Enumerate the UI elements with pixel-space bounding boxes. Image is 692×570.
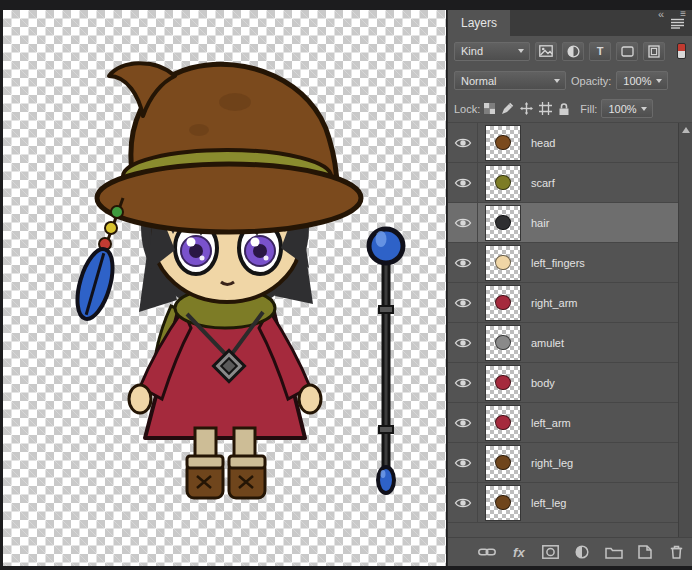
eye-icon — [454, 417, 472, 429]
panel-tab-bar: Layers — [448, 10, 692, 36]
eye-icon — [454, 497, 472, 509]
tab-layers[interactable]: Layers — [448, 10, 510, 36]
new-layer-icon[interactable] — [636, 542, 655, 562]
layer-name: left_arm — [531, 417, 571, 429]
layer-thumbnail[interactable] — [485, 445, 521, 481]
layer-style-icon[interactable]: fx — [510, 542, 529, 562]
layer-name: amulet — [531, 337, 564, 349]
type-glyph: T — [597, 45, 604, 57]
panel-menu-icon[interactable] — [662, 10, 692, 36]
layer-visibility-toggle[interactable] — [448, 243, 478, 282]
layer-name: right_leg — [531, 457, 573, 469]
fill-dropdown[interactable]: 100% — [601, 99, 653, 118]
lock-position-icon[interactable] — [520, 102, 533, 115]
opacity-label: Opacity: — [571, 75, 611, 87]
layer-row[interactable]: hair — [448, 203, 692, 243]
layer-row[interactable]: amulet — [448, 323, 692, 363]
lock-all-icon[interactable] — [558, 102, 570, 116]
layer-visibility-toggle[interactable] — [448, 443, 478, 482]
character-illustration — [3, 10, 446, 566]
layer-filter-row: Kind T — [448, 36, 692, 66]
scroll-up-icon[interactable] — [682, 127, 690, 133]
lock-artboard-icon[interactable] — [539, 102, 552, 115]
document-canvas[interactable] — [3, 10, 446, 566]
layer-row[interactable]: left_leg — [448, 483, 692, 523]
layer-thumbnail-art — [495, 255, 511, 271]
layer-thumbnail[interactable] — [485, 405, 521, 441]
layer-visibility-toggle[interactable] — [448, 283, 478, 322]
layer-visibility-toggle[interactable] — [448, 203, 478, 242]
eye-icon — [454, 377, 472, 389]
adjustment-layer-filter-icon[interactable] — [562, 42, 584, 61]
layer-row[interactable]: left_arm — [448, 403, 692, 443]
blend-row: Normal Opacity: 100% — [448, 66, 692, 95]
layer-thumbnail[interactable] — [485, 125, 521, 161]
layer-name: body — [531, 377, 555, 389]
layer-thumbnail-art — [495, 295, 511, 311]
lock-label: Lock: — [454, 103, 480, 115]
add-layer-mask-icon[interactable] — [541, 542, 560, 562]
fill-value: 100% — [608, 103, 636, 115]
layers-panel: « ≡ Layers Kind T Normal — [447, 10, 692, 566]
layer-thumbnail-art — [495, 495, 511, 511]
layer-thumbnail-art — [495, 215, 511, 231]
layer-visibility-toggle[interactable] — [448, 403, 478, 442]
eye-icon — [454, 257, 472, 269]
pixel-layer-filter-icon[interactable] — [535, 42, 557, 61]
layer-name: scarf — [531, 177, 555, 189]
kind-filter-dropdown[interactable]: Kind — [454, 42, 530, 61]
layer-thumbnail-art — [495, 375, 511, 391]
fill-label: Fill: — [580, 103, 597, 115]
layer-thumbnail[interactable] — [485, 205, 521, 241]
layer-row[interactable]: left_fingers — [448, 243, 692, 283]
layer-thumbnail[interactable] — [485, 285, 521, 321]
lock-image-pixels-icon[interactable] — [501, 102, 514, 115]
layer-row[interactable]: right_arm — [448, 283, 692, 323]
blend-mode-dropdown[interactable]: Normal — [454, 71, 566, 90]
layer-thumbnail[interactable] — [485, 365, 521, 401]
layer-visibility-toggle[interactable] — [448, 483, 478, 522]
layer-name: head — [531, 137, 555, 149]
blend-mode-value: Normal — [461, 75, 496, 87]
opacity-dropdown[interactable]: 100% — [616, 71, 668, 90]
new-adjustment-layer-icon[interactable] — [573, 542, 592, 562]
layer-list-scrollbar[interactable] — [678, 123, 692, 537]
new-group-icon[interactable] — [604, 542, 623, 562]
smart-object-filter-icon[interactable] — [643, 42, 665, 61]
layer-visibility-toggle[interactable] — [448, 123, 478, 162]
layer-visibility-toggle[interactable] — [448, 363, 478, 402]
chevron-down-icon — [554, 79, 560, 83]
layer-visibility-toggle[interactable] — [448, 163, 478, 202]
layer-thumbnail-art — [495, 335, 511, 351]
layer-name: hair — [531, 217, 549, 229]
eye-icon — [454, 137, 472, 149]
layer-visibility-toggle[interactable] — [448, 323, 478, 362]
layer-name: left_fingers — [531, 257, 585, 269]
layer-row[interactable]: body — [448, 363, 692, 403]
chevron-down-icon — [641, 107, 647, 111]
type-layer-filter-icon[interactable]: T — [589, 42, 611, 61]
opacity-value: 100% — [623, 75, 651, 87]
layer-filter-toggle[interactable] — [677, 43, 686, 59]
link-layers-icon[interactable] — [478, 542, 497, 562]
layer-row[interactable]: head — [448, 123, 692, 163]
layer-row[interactable]: right_leg — [448, 443, 692, 483]
lock-buttons — [484, 102, 570, 116]
lock-transparent-pixels-icon[interactable] — [484, 103, 495, 114]
shape-layer-filter-icon[interactable] — [616, 42, 638, 61]
layer-thumbnail[interactable] — [485, 245, 521, 281]
layer-thumbnail[interactable] — [485, 325, 521, 361]
layer-thumbnail[interactable] — [485, 165, 521, 201]
fx-label: fx — [513, 545, 525, 560]
layer-thumbnail[interactable] — [485, 485, 521, 521]
eye-icon — [454, 457, 472, 469]
layer-thumbnail-art — [495, 415, 511, 431]
layers-bottom-toolbar: fx — [448, 537, 692, 566]
collapse-panels-icon[interactable]: « — [658, 8, 664, 20]
eye-icon — [454, 177, 472, 189]
eye-icon — [454, 337, 472, 349]
layer-row[interactable]: scarf — [448, 163, 692, 203]
delete-layer-icon[interactable] — [667, 542, 686, 562]
layer-thumbnail-art — [495, 175, 511, 191]
panel-dock-menu-icon[interactable]: ≡ — [680, 8, 686, 20]
